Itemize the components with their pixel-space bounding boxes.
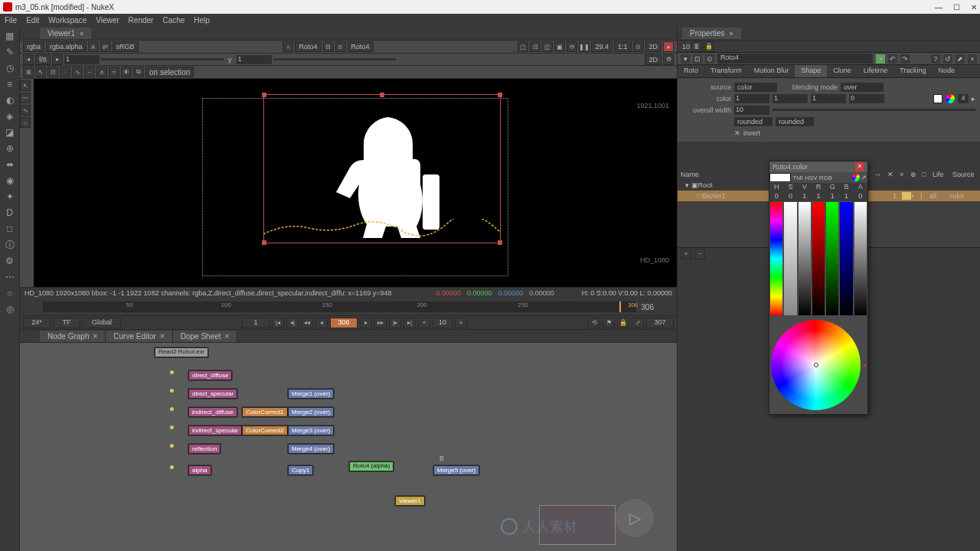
node-redo-icon[interactable]: ↷	[900, 54, 910, 64]
node-clone-icon[interactable]: ⊡	[693, 54, 702, 64]
color-a[interactable]: 0	[849, 94, 884, 103]
minimize-button[interactable]: —	[935, 3, 942, 11]
node-revert-icon[interactable]: ↺	[943, 54, 952, 64]
hue-marker-icon[interactable]: ◂	[862, 361, 866, 369]
roto-smooth-icon[interactable]: ~	[84, 67, 95, 77]
node-undo-icon[interactable]: ↶	[888, 54, 897, 64]
transform-tool-icon[interactable]: ⬌	[4, 158, 16, 171]
slot-a-select[interactable]: Roto4	[295, 41, 321, 52]
exposure-slider[interactable]	[101, 58, 224, 60]
views-tool-icon[interactable]: □	[4, 223, 16, 235]
node-merge-4[interactable]: Merge4 (over)	[288, 444, 334, 454]
close-button[interactable]: ✕	[971, 3, 977, 11]
picker-close-icon[interactable]: ×	[855, 162, 864, 171]
deep-tool-icon[interactable]: D	[4, 207, 16, 219]
node-read[interactable]: Read2 Robot.exr	[155, 347, 208, 357]
furnace-tool-icon[interactable]: ○	[4, 287, 16, 299]
menu-help[interactable]: Help	[194, 16, 210, 24]
node-merge-1[interactable]: Merge1 (over)	[288, 389, 334, 399]
image-tool-icon[interactable]: ▦	[4, 30, 16, 42]
menu-edit[interactable]: Edit	[26, 16, 39, 24]
del-shape-button[interactable]: −	[694, 249, 705, 259]
snap-icon[interactable]: ⤤	[632, 318, 644, 328]
tab-node[interactable]: Node	[932, 65, 961, 77]
node-merge-5[interactable]: Merge5 (over)	[433, 465, 479, 475]
timeline[interactable]: 50 100 150 200 250 306 306	[20, 298, 677, 315]
viewer-tab[interactable]: Viewer1×	[40, 28, 91, 39]
tab-lifetime[interactable]: Lifetime	[858, 65, 894, 77]
overlay-toggle-icon[interactable]: ⊞	[23, 67, 34, 77]
picker-sliders[interactable]	[769, 201, 867, 316]
cap-start-select[interactable]: rounded	[734, 117, 773, 126]
clear-props-icon[interactable]: 🗑	[691, 41, 702, 52]
picker-wheel-icon[interactable]	[852, 174, 860, 181]
color-b[interactable]: 1	[811, 94, 846, 103]
end-frame[interactable]: 307	[646, 318, 674, 328]
wipe-icon[interactable]: ⊟	[323, 41, 334, 52]
scope-select[interactable]: Global	[83, 318, 121, 328]
last-frame-icon[interactable]: ▸|	[403, 318, 416, 328]
3d-tool-icon[interactable]: ◉	[4, 174, 16, 187]
viewer-settings-icon[interactable]: ⚙	[663, 54, 674, 65]
roto-curve-icon[interactable]: ∿	[72, 67, 83, 77]
all-plugins-icon[interactable]: ◎	[4, 303, 16, 315]
playhead[interactable]	[619, 302, 621, 312]
picker-mode-tabs[interactable]: TMI HSV RGB	[791, 174, 852, 181]
color-wheel-icon[interactable]	[946, 94, 955, 103]
fstop-value[interactable]: f/8	[35, 54, 51, 65]
roto-link-icon[interactable]: ⧉	[133, 67, 144, 77]
tab-dope-sheet[interactable]: Dope Sheet×	[173, 331, 238, 342]
step-field[interactable]: 10	[433, 318, 452, 328]
node-shuffle-2[interactable]: direct_specular	[188, 389, 237, 399]
node-shuffle-1[interactable]: direct_diffuse	[188, 370, 232, 380]
exposure-field[interactable]: 1	[64, 55, 100, 64]
tab-roto[interactable]: Roto	[678, 65, 704, 77]
gamma-field[interactable]: 1	[237, 55, 272, 64]
select-tool-icon[interactable]: ↖	[20, 80, 31, 91]
viewer-canvas[interactable]: 1921,1001 HD_1080	[34, 79, 677, 287]
roto-feather-icon[interactable]: ≈	[109, 67, 119, 77]
slot-b-select[interactable]: Roto4	[348, 41, 374, 52]
source-select[interactable]: color	[734, 83, 777, 92]
node-viewer[interactable]: Viewer1	[395, 496, 425, 506]
roto-mode-select[interactable]: on selection	[145, 67, 194, 77]
projection-select[interactable]: 2D	[645, 41, 662, 52]
draw-tool-icon[interactable]: ✎	[4, 46, 16, 58]
current-frame[interactable]: 306	[330, 318, 358, 328]
props-max[interactable]: 10	[682, 43, 690, 51]
width-slider[interactable]	[773, 109, 975, 111]
ratio-select[interactable]: 1:1	[614, 41, 632, 52]
roto-bezier-curve[interactable]	[263, 219, 501, 238]
node-center-icon[interactable]: ⊙	[705, 54, 714, 64]
ellipse-tool-icon[interactable]: ○	[20, 117, 31, 128]
node-close-icon[interactable]: ×	[968, 54, 977, 64]
proj-2d[interactable]: 2D	[645, 54, 662, 65]
node-graph[interactable]: Read2 Robot.exr direct_diffuse direct_sp…	[20, 343, 677, 551]
time-tool-icon[interactable]: ◷	[4, 62, 16, 74]
next-frame-icon[interactable]: ▸▸	[374, 318, 387, 328]
ip-button[interactable]: IP	[100, 41, 111, 52]
col-name[interactable]: Name	[678, 171, 769, 178]
menu-render[interactable]: Render	[129, 16, 154, 24]
filter-tool-icon[interactable]: ◈	[4, 110, 16, 122]
first-frame-icon[interactable]: |◂	[272, 318, 284, 328]
keyer-tool-icon[interactable]: ◪	[4, 126, 16, 139]
picker-swatch[interactable]	[769, 173, 791, 182]
lock-zoom-icon[interactable]: ⊙	[633, 41, 644, 52]
node-merge-3[interactable]: Merge3 (over)	[288, 425, 334, 435]
picker-dropper-icon[interactable]: ↗	[860, 174, 867, 181]
picker-color-wheel[interactable]: ◂	[769, 316, 867, 414]
refresh-icon[interactable]: ⟳	[567, 41, 577, 52]
color-g[interactable]: 1	[773, 94, 808, 103]
width-field[interactable]: 10	[734, 106, 769, 115]
roto-cusp-icon[interactable]: ∧	[96, 67, 107, 77]
prev-key-icon[interactable]: ◂|	[286, 318, 299, 328]
tab-shape[interactable]: Shape	[795, 65, 827, 77]
anim-menu-icon[interactable]: ▸	[972, 95, 975, 103]
layer-select[interactable]: rgba.alpha	[46, 41, 87, 52]
node-help-icon[interactable]: ?	[931, 54, 940, 64]
tab-node-graph[interactable]: Node Graph×	[40, 331, 106, 342]
play-fwd-icon[interactable]: ▸	[360, 318, 372, 328]
pause-icon[interactable]: ❚❚	[579, 41, 590, 52]
node-cc-2[interactable]: ColorCorrect2	[242, 425, 288, 435]
